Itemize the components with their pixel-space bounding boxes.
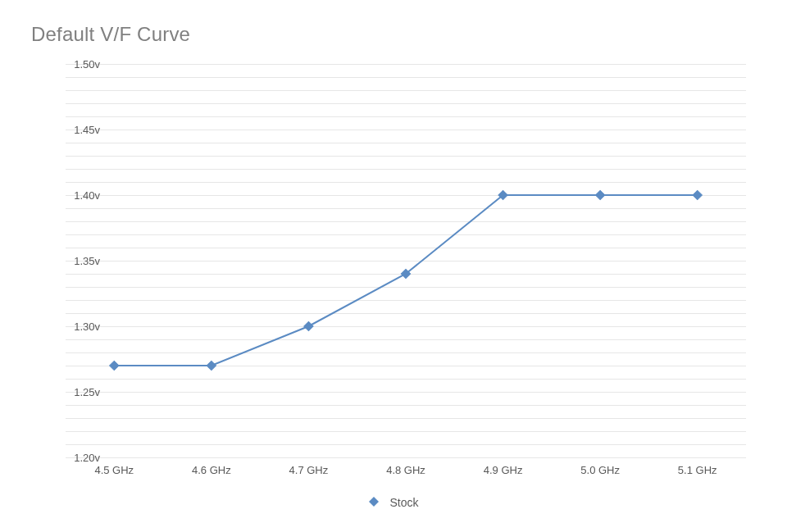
y-axis-tick: 1.35v [51,255,100,267]
y-axis-tick: 1.40v [51,189,100,202]
line-chart-svg [66,64,746,457]
gridline [66,457,746,458]
legend-marker-stock [369,496,379,509]
data-point-marker [207,361,216,370]
data-point-marker [693,190,702,199]
x-axis-tick: 4.6 GHz [192,464,231,476]
data-point-marker [595,190,604,199]
data-point-marker [110,361,119,370]
x-axis-tick: 4.9 GHz [484,464,523,476]
chart-container: Default V/F Curve Stock 1.20v1.25v1.30v1… [0,0,787,532]
x-axis-tick: 4.7 GHz [289,464,329,476]
y-axis-tick: 1.45v [51,124,100,136]
y-axis-tick: 1.30v [51,321,100,333]
y-axis-tick: 1.25v [51,386,100,398]
data-point-marker [304,321,313,330]
series-line-stock [114,195,697,366]
y-axis-tick: 1.50v [51,58,100,70]
x-axis-tick: 4.8 GHz [386,464,425,476]
svg-rect-0 [369,497,379,507]
plot-area [66,64,746,457]
y-axis-tick: 1.20v [51,452,100,464]
series-stock [110,190,703,370]
x-axis-tick: 4.5 GHz [94,464,134,476]
x-axis-tick: 5.0 GHz [580,464,620,476]
legend-label-stock: Stock [389,496,418,509]
legend: Stock [0,495,787,509]
x-axis-tick: 5.1 GHz [678,464,717,476]
chart-title: Default V/F Curve [31,23,190,46]
